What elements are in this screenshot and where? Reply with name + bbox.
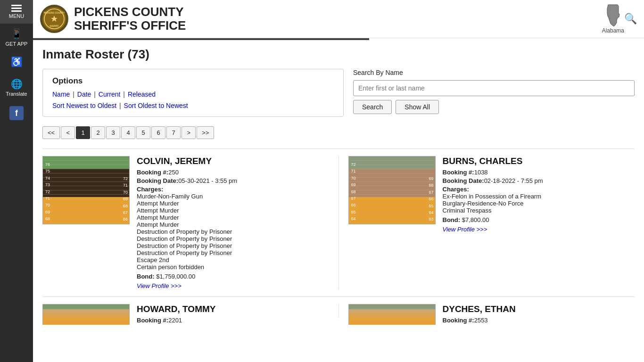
inmate-list: 767574737271706968676665 727170696867666… (42, 148, 635, 325)
name-search-input[interactable] (353, 80, 635, 96)
sidebar-translate-label: Translate (6, 91, 27, 97)
divider-2 (339, 304, 339, 318)
agency-name-line1: PICKENS COUNTY (74, 5, 184, 19)
inmate-info-burns: BURNS, CHARLES Booking #:1038 Booking Da… (443, 156, 635, 289)
sort-oldest-link[interactable]: Sort Oldest to Newest (124, 102, 188, 109)
link-released[interactable]: Released (128, 90, 156, 98)
sidebar-menu-label: MENU (9, 13, 24, 19)
page-2-btn[interactable]: 2 (91, 126, 105, 139)
options-title: Options (52, 76, 334, 86)
phone-icon: 📱 (11, 28, 23, 40)
sidebar-item-translate[interactable]: 🌐 Translate (0, 74, 33, 101)
header-search-icon[interactable]: 🔍 (624, 13, 637, 25)
header: PICKENS COUNTY SHERIFF PICKENS COUNTY SH… (33, 0, 644, 38)
sort-newest-link[interactable]: Sort Newest to Oldest (52, 102, 116, 109)
page-first-btn[interactable]: << (42, 126, 60, 139)
view-profile-burns[interactable]: View Profile >>> (443, 226, 635, 233)
header-title-block: PICKENS COUNTY SHERIFF'S OFFICE (74, 5, 597, 32)
sidebar-getapp-label: GET APP (6, 41, 28, 47)
search-by-name-label: Search By Name (353, 69, 635, 76)
alabama-map-svg (603, 4, 622, 27)
state-name-label: Alabama (602, 27, 624, 34)
translate-icon: 🌐 (11, 78, 23, 90)
show-all-button[interactable]: Show All (396, 100, 439, 114)
page-3-btn[interactable]: 3 (106, 126, 120, 139)
divider-1 (339, 156, 339, 289)
inmate-booking-date-colvin: Booking Date:05-30-2021 - 3:55 pm (137, 177, 329, 184)
page-7-btn[interactable]: 7 (166, 126, 181, 139)
svg-text:PICKENS COUNTY: PICKENS COUNTY (44, 11, 65, 14)
inmate-row-1: 767574737271706968676665 727170696867666… (42, 148, 635, 296)
page-next-btn[interactable]: > (182, 126, 196, 139)
inmate-info-colvin: COLVIN, JEREMY Booking #:250 Booking Dat… (137, 156, 329, 289)
sidebar: MENU 📱 GET APP ♿ 🌐 Translate f (0, 0, 33, 362)
page-4-btn[interactable]: 4 (121, 126, 135, 139)
search-button[interactable]: Search (353, 100, 392, 114)
svg-text:SHERIFF: SHERIFF (50, 25, 59, 27)
inmate-name-colvin: COLVIN, JEREMY (137, 156, 329, 166)
page-1-btn[interactable]: 1 (76, 126, 90, 139)
sort-links: Sort Newest to Oldest | Sort Oldest to N… (52, 102, 334, 109)
agency-name-line2: SHERIFF'S OFFICE (74, 18, 186, 33)
inmate-card-dyches: DYCHES, ETHAN Booking #:2553 (348, 304, 635, 318)
inmate-photo-howard (42, 304, 130, 325)
inmate-bond-burns: Bond: $7,800.00 (443, 216, 635, 223)
inmate-booking-num-dyches: Booking #:2553 (443, 317, 635, 324)
page-prev-btn[interactable]: < (61, 126, 75, 139)
page-6-btn[interactable]: 6 (151, 126, 165, 139)
inmate-photo-burns: 727170696867666564636261 696867666564636… (348, 156, 436, 224)
agency-logo: PICKENS COUNTY SHERIFF (40, 5, 68, 33)
sidebar-item-facebook[interactable]: f (0, 101, 33, 126)
search-buttons: Search Show All (353, 100, 635, 114)
inmate-name-burns: BURNS, CHARLES (443, 156, 635, 166)
inmate-name-dyches: DYCHES, ETHAN (443, 304, 635, 314)
inmate-bond-colvin: Bond: $1,759,000.00 (137, 273, 329, 280)
facebook-icon: f (9, 106, 24, 120)
inmate-card-colvin: 767574737271706968676665 727170696867666… (42, 156, 329, 289)
menu-icon (11, 5, 22, 12)
state-map: Alabama (602, 4, 624, 34)
options-box: Options Name | Date | Current | Released… (42, 69, 344, 117)
accessibility-icon: ♿ (11, 56, 23, 67)
page-last-btn[interactable]: >> (197, 126, 214, 139)
main-content: PICKENS COUNTY SHERIFF PICKENS COUNTY SH… (33, 0, 644, 362)
link-current[interactable]: Current (99, 90, 121, 98)
inmate-booking-num-burns: Booking #:1038 (443, 169, 635, 176)
inmate-info-howard: HOWARD, TOMMY Booking #:2201 (137, 304, 329, 318)
inmate-photo-dyches (348, 304, 436, 325)
top-section: Options Name | Date | Current | Released… (42, 69, 635, 117)
inmate-row-2: HOWARD, TOMMY Booking #:2201 (42, 296, 635, 325)
inmate-card-burns: 727170696867666564636261 696867666564636… (348, 156, 635, 289)
inmate-charges-burns: Charges: Ex-Felon in Possession of a Fir… (443, 186, 635, 214)
inmate-charges-colvin: Charges: Murder-Non-Family Gun Attempt M… (137, 186, 329, 271)
options-links: Name | Date | Current | Released (52, 90, 334, 98)
link-date[interactable]: Date (77, 90, 91, 98)
sidebar-item-menu[interactable]: MENU (0, 0, 33, 24)
page-title: Inmate Roster (73) (42, 47, 635, 62)
view-profile-colvin[interactable]: View Profile >>> (137, 282, 329, 289)
link-name[interactable]: Name (52, 90, 70, 98)
pagination: << < 1 2 3 4 5 6 7 > >> (42, 126, 635, 139)
inmate-name-howard: HOWARD, TOMMY (137, 304, 329, 314)
content-area: Inmate Roster (73) Options Name | Date |… (33, 40, 644, 332)
page-5-btn[interactable]: 5 (136, 126, 150, 139)
inmate-info-dyches: DYCHES, ETHAN Booking #:2553 (443, 304, 635, 318)
inmate-photo-colvin: 767574737271706968676665 727170696867666… (42, 156, 130, 224)
inmate-booking-num-colvin: Booking #:250 (137, 169, 329, 176)
inmate-booking-date-burns: Booking Date:02-18-2022 - 7:55 pm (443, 177, 635, 184)
search-box: Search By Name Search Show All (353, 69, 635, 114)
inmate-card-howard: HOWARD, TOMMY Booking #:2201 (42, 304, 329, 318)
sidebar-item-getapp[interactable]: 📱 GET APP (0, 24, 33, 51)
inmate-booking-num-howard: Booking #:2201 (137, 317, 329, 324)
sidebar-item-accessibility[interactable]: ♿ (0, 51, 33, 74)
